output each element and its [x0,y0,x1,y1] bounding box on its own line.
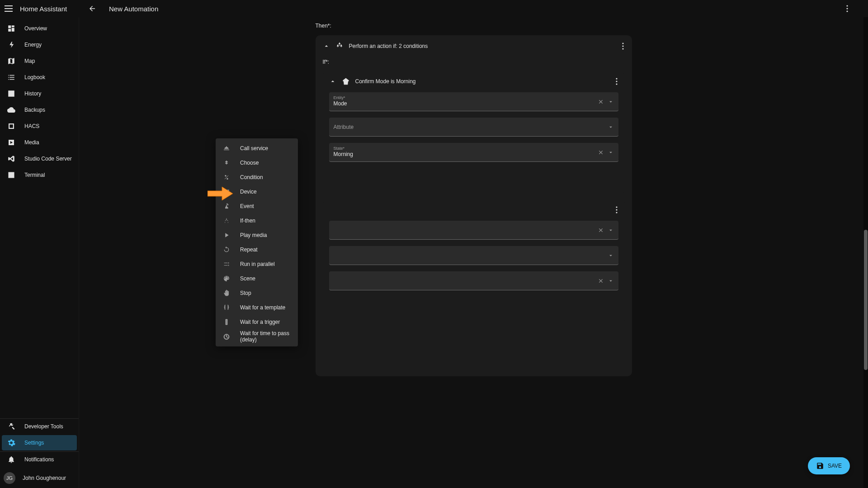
sidebar-item-label: HACS [24,123,39,129]
palette-icon [223,275,230,282]
field-value: Morning [334,151,598,158]
state-field[interactable]: State* Morning [329,143,618,162]
sidebar-item-logbook[interactable]: Logbook [2,70,77,85]
menu-item-event[interactable]: Event [216,199,298,213]
scrollbar-thumb[interactable] [864,230,868,370]
dots-vertical-icon [622,43,624,50]
cloud-icon [7,106,15,114]
menu-item-play-media[interactable]: Play media [216,228,298,242]
chevron-down-icon[interactable] [608,278,614,284]
menu-item-repeat[interactable]: Repeat [216,242,298,257]
entity-field[interactable]: Entity* Mode [329,92,618,111]
menu-item-label: Scene [240,275,255,282]
arrow-decision-icon [223,159,230,166]
menu-item-label: Call service [240,145,268,152]
sidebar-item-settings[interactable]: Settings [2,435,77,450]
chevron-down-icon[interactable] [608,149,614,156]
traffic-light-icon [223,318,230,326]
svg-point-11 [616,212,617,213]
sidebar-item-studio-code[interactable]: Studio Code Server [2,151,77,166]
field-label: Entity* [334,95,598,100]
action-card: Perform an action if: 2 conditions If*: … [316,35,632,376]
save-button[interactable]: SAVE [808,457,850,474]
menu-item-label: Stop [240,290,251,296]
menu-item-wait-trigger[interactable]: Wait for a trigger [216,315,298,329]
svg-point-0 [846,5,848,6]
menu-toggle[interactable] [5,5,13,13]
sidebar-item-label: Media [24,139,39,146]
vscode-icon [7,155,15,163]
attribute-field[interactable]: Attribute [329,118,618,137]
hacs-icon [7,122,15,130]
page-menu-button[interactable] [844,3,850,14]
clear-icon[interactable] [598,227,604,233]
sidebar-item-hacs[interactable]: HACS [2,118,77,134]
scrollbar-track[interactable] [863,17,868,488]
card-menu-button[interactable] [621,42,625,51]
play-icon [223,232,230,239]
chevron-down-icon[interactable] [608,252,614,259]
collapse-button[interactable] [329,78,336,85]
chevron-down-icon[interactable] [608,124,614,130]
sidebar-item-media[interactable]: Media [2,135,77,150]
chevron-down-icon[interactable] [608,227,614,233]
page-title: New Automation [109,5,158,13]
menu-item-choose[interactable]: Choose [216,156,298,170]
menu-item-label: Run in parallel [240,261,275,267]
action-type-menu: Call service Choose Condition Device Eve… [216,138,298,346]
hammer-icon [7,422,15,431]
field-label: State* [334,146,598,151]
state-field-2[interactable] [329,271,618,290]
chevron-down-icon[interactable] [608,99,614,105]
menu-item-device[interactable]: Device [216,185,298,199]
collapse-button[interactable] [323,43,330,50]
bell-icon [7,455,15,464]
clear-icon[interactable] [598,99,604,105]
entity-field-2[interactable] [329,221,618,240]
sidebar-item-history[interactable]: History [2,86,77,101]
main-content: Then*: Perform an action if: 2 condition… [79,17,868,488]
sidebar-item-terminal[interactable]: Terminal [2,167,77,183]
timer-icon [223,333,230,340]
sidebar-item-label: Developer Tools [24,423,63,430]
sidebar-item-label: Settings [24,440,44,446]
sidebar-item-notifications[interactable]: Notifications [2,452,77,467]
card-title: Perform an action if: 2 conditions [349,43,616,49]
card-menu-button[interactable] [615,77,618,86]
menu-item-if-then[interactable]: If-then [216,213,298,228]
attribute-field-2[interactable] [329,246,618,265]
repeat-icon [223,246,230,253]
sidebar-item-label: Energy [24,42,42,48]
svg-point-2 [846,10,848,12]
menu-item-parallel[interactable]: Run in parallel [216,257,298,271]
sidebar-item-developer-tools[interactable]: Developer Tools [2,419,77,434]
menu-item-wait-delay[interactable]: Wait for time to pass (delay) [216,329,298,344]
sidebar-item-overview[interactable]: Overview [2,21,77,36]
branch-icon [223,217,230,224]
card-menu-button[interactable] [615,205,618,214]
sidebar-item-energy[interactable]: Energy [2,37,77,52]
clear-icon[interactable] [598,149,604,156]
back-button[interactable] [88,5,96,13]
menu-item-label: If-then [240,218,255,224]
sidebar-item-label: Backups [24,107,45,113]
menu-item-stop[interactable]: Stop [216,286,298,300]
menu-item-call-service[interactable]: Call service [216,141,298,156]
sidebar-user[interactable]: JG John Goughenour [0,468,79,488]
svg-point-6 [616,78,617,79]
menu-item-condition[interactable]: Condition [216,170,298,185]
svg-point-5 [622,48,623,49]
clear-icon[interactable] [598,278,604,284]
sidebar-item-label: Notifications [24,456,54,463]
svg-point-9 [616,206,617,208]
room-service-icon [223,145,230,152]
menu-item-wait-template[interactable]: Wait for a template [216,300,298,315]
svg-point-4 [622,45,623,47]
dots-vertical-icon [616,78,618,85]
menu-item-label: Wait for a trigger [240,319,280,325]
menu-item-scene[interactable]: Scene [216,271,298,286]
sidebar-item-backups[interactable]: Backups [2,102,77,118]
sidebar-item-map[interactable]: Map [2,53,77,69]
svg-point-8 [616,83,617,85]
sidebar-item-label: Overview [24,25,47,32]
